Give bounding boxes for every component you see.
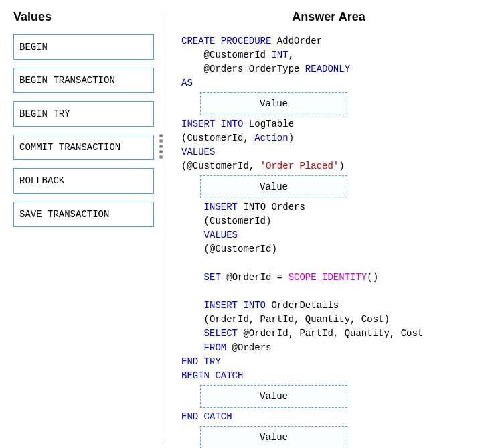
code-text: [181, 202, 204, 212]
code-block: INSERT INTO Orders (CustomerId) VALUES (…: [181, 200, 483, 383]
keyword: AS: [181, 78, 193, 88]
value-item[interactable]: SAVE TRANSACTION: [13, 202, 154, 227]
keyword: END CATCH: [181, 411, 232, 422]
code-text: ): [339, 161, 344, 171]
answer-heading: Answer Area: [175, 10, 483, 24]
value-item[interactable]: BEGIN TRANSACTION: [13, 68, 154, 93]
code-text: [181, 272, 204, 283]
keyword: CREATE PROCEDURE: [181, 35, 271, 46]
code-text: @Orders OrderType: [181, 64, 305, 74]
keyword: END TRY: [181, 356, 221, 367]
keyword: READONLY: [305, 64, 350, 74]
code-text: [181, 342, 204, 353]
code-text: ,: [288, 50, 294, 60]
main-container: Values BEGIN BEGIN TRANSACTION BEGIN TRY…: [7, 7, 489, 448]
code-text: @CustomerId: [181, 50, 271, 60]
drop-zone[interactable]: Value: [200, 385, 347, 408]
code-block: CREATE PROCEDURE AddOrder @CustomerId IN…: [181, 34, 483, 90]
keyword: INT: [271, 50, 288, 60]
code-text: LogTable: [243, 119, 294, 129]
keyword: Action: [254, 133, 288, 143]
keyword: INSERT INTO: [204, 300, 266, 311]
keyword: INSERT: [204, 202, 238, 212]
value-item[interactable]: BEGIN TRY: [13, 101, 154, 127]
code-text: OrderDetails: [266, 300, 339, 311]
code-text: (CustomerId): [181, 216, 271, 226]
keyword: FROM: [204, 342, 227, 353]
keyword: VALUES: [181, 147, 215, 157]
keyword: SELECT: [204, 328, 238, 339]
drop-zone[interactable]: Value: [200, 175, 347, 198]
value-item[interactable]: COMMIT TRANSACTION: [13, 135, 154, 160]
keyword: SET: [204, 272, 221, 283]
code-text: [181, 230, 204, 240]
code-text: @OrderId, PartId, Quantity, Cost: [238, 328, 423, 339]
drop-zone[interactable]: Value: [200, 92, 347, 115]
values-heading: Values: [13, 10, 154, 24]
string-literal: 'Order Placed': [260, 161, 339, 171]
keyword: VALUES: [204, 230, 238, 240]
value-item[interactable]: BEGIN: [13, 34, 154, 60]
code-block: INSERT INTO LogTable (CustomerId, Action…: [181, 117, 483, 173]
code-text: [181, 328, 204, 339]
code-text: (): [367, 272, 378, 283]
keyword: INSERT INTO: [181, 119, 243, 129]
value-item[interactable]: ROLLBACK: [13, 168, 154, 194]
code-text: @Orders: [226, 342, 271, 353]
code-text: INTO Orders: [238, 202, 305, 212]
code-block: END CATCH: [181, 410, 483, 424]
keyword: BEGIN CATCH: [181, 370, 243, 381]
code-text: (@CustomerId,: [181, 161, 260, 171]
code-text: AddOrder: [271, 35, 322, 46]
values-column: Values BEGIN BEGIN TRANSACTION BEGIN TRY…: [7, 7, 161, 448]
drop-zone[interactable]: Value: [200, 426, 347, 448]
function-name: SCOPE_IDENTITY: [288, 272, 367, 283]
code-text: ): [288, 133, 294, 143]
code-text: (CustomerId,: [181, 133, 254, 143]
code-text: @OrderId =: [221, 272, 288, 283]
code-text: [181, 300, 204, 311]
code-text: (@CustomerId): [181, 244, 277, 254]
code-text: (OrderId, PartId, Quantity, Cost): [181, 314, 390, 325]
answer-column: Answer Area CREATE PROCEDURE AddOrder @C…: [161, 7, 489, 448]
